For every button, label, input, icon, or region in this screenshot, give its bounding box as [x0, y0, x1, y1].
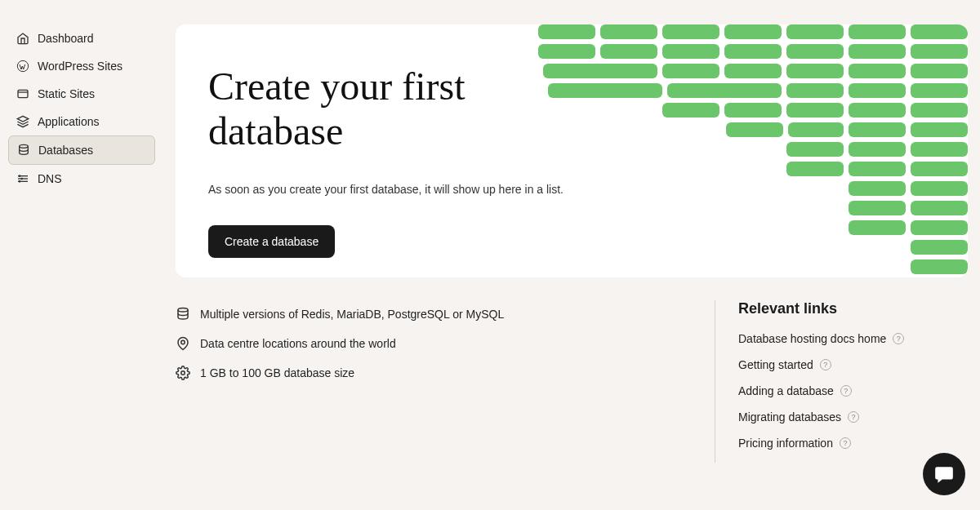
database-icon [17, 144, 30, 157]
help-icon: ? [848, 411, 859, 423]
sidebar-item-databases[interactable]: Databases [8, 135, 155, 165]
relevant-links: Relevant links Database hosting docs hom… [715, 300, 968, 463]
sidebar-item-label: Databases [38, 144, 93, 157]
hero-subtitle: As soon as you create your first databas… [208, 183, 568, 196]
sidebar-item-dns[interactable]: DNS [8, 165, 155, 193]
link-adding-database[interactable]: Adding a database ? [738, 384, 968, 397]
sidebar-item-applications[interactable]: Applications [8, 108, 155, 135]
link-label: Adding a database [738, 384, 834, 397]
svg-point-8 [19, 175, 20, 176]
svg-point-0 [17, 60, 28, 71]
page-title: Create your first database [208, 64, 568, 153]
help-icon: ? [820, 359, 831, 370]
links-title: Relevant links [738, 300, 968, 317]
sidebar-item-wordpress[interactable]: WordPress Sites [8, 52, 155, 80]
home-icon [16, 32, 29, 45]
dns-icon [16, 172, 29, 185]
link-label: Database hosting docs home [738, 332, 886, 345]
feature-label: Multiple versions of Redis, MariaDB, Pos… [200, 308, 504, 321]
wordpress-icon [16, 60, 29, 73]
database-icon [176, 307, 190, 322]
chat-widget-button[interactable] [923, 453, 965, 495]
svg-marker-3 [17, 116, 28, 122]
svg-point-4 [20, 144, 29, 148]
svg-point-11 [178, 308, 188, 313]
gear-icon [176, 366, 190, 380]
sidebar-item-static-sites[interactable]: Static Sites [8, 80, 155, 108]
feature-label: 1 GB to 100 GB database size [200, 366, 354, 379]
link-label: Getting started [738, 358, 813, 371]
svg-point-12 [181, 340, 185, 344]
sidebar-item-label: DNS [38, 172, 62, 185]
svg-point-10 [19, 181, 20, 182]
features-list: Multiple versions of Redis, MariaDB, Pos… [176, 300, 715, 463]
feature-item: Multiple versions of Redis, MariaDB, Pos… [176, 307, 715, 322]
link-label: Pricing information [738, 437, 833, 450]
link-getting-started[interactable]: Getting started ? [738, 358, 968, 371]
link-pricing[interactable]: Pricing information ? [738, 437, 968, 450]
link-label: Migrating databases [738, 410, 841, 424]
chat-icon [933, 463, 955, 485]
svg-rect-1 [18, 90, 28, 97]
help-icon: ? [893, 333, 904, 344]
hero-card: Create your first database As soon as yo… [176, 24, 968, 277]
title-line-1: Create your first [208, 64, 466, 108]
help-icon: ? [840, 385, 852, 397]
sidebar-item-label: Static Sites [38, 87, 95, 100]
sidebar: Dashboard WordPress Sites Static Sites A… [0, 0, 163, 510]
browser-icon [16, 87, 29, 100]
layers-icon [16, 115, 29, 128]
svg-point-9 [21, 178, 22, 179]
main-content: Create your first database As soon as yo… [163, 0, 980, 510]
svg-point-13 [181, 371, 185, 375]
sidebar-item-label: Dashboard [38, 32, 94, 45]
feature-item: Data centre locations around the world [176, 336, 715, 351]
sidebar-item-label: Applications [38, 115, 100, 128]
sidebar-item-dashboard[interactable]: Dashboard [8, 24, 155, 52]
sidebar-item-label: WordPress Sites [38, 60, 122, 73]
link-migrating-databases[interactable]: Migrating databases ? [738, 410, 968, 424]
help-icon: ? [840, 437, 851, 449]
title-line-2: database [208, 109, 343, 153]
location-icon [176, 336, 190, 351]
feature-item: 1 GB to 100 GB database size [176, 366, 715, 380]
link-docs-home[interactable]: Database hosting docs home ? [738, 332, 968, 345]
create-database-button[interactable]: Create a database [208, 225, 335, 258]
feature-label: Data centre locations around the world [200, 337, 396, 350]
